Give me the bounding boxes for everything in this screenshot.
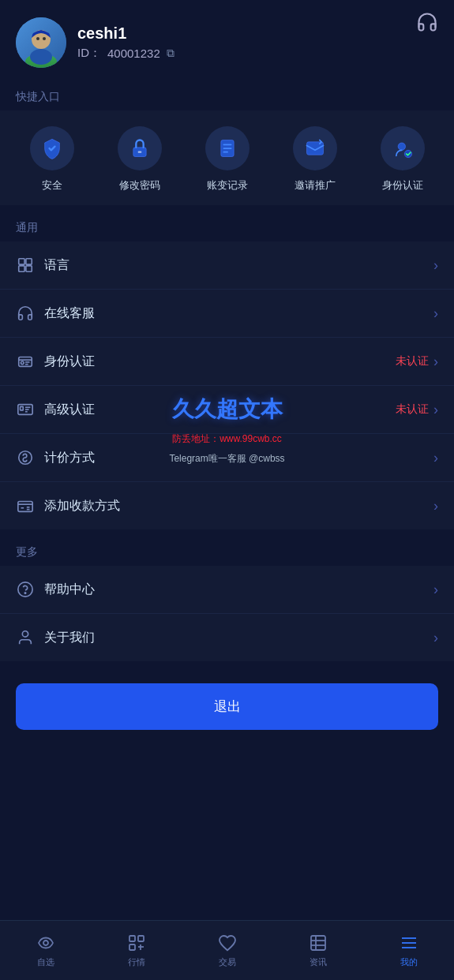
change-password-icon-circle [118, 126, 162, 170]
payment-icon [16, 496, 35, 515]
svg-rect-18 [26, 266, 32, 271]
invite-promo-icon-circle [293, 126, 337, 170]
quick-access-label: 快捷入口 [0, 80, 454, 110]
menu-item-payment-method[interactable]: 添加收款方式 › [0, 482, 454, 529]
menu-text-pricing: 计价方式 [44, 450, 433, 466]
divider-1 [0, 205, 454, 211]
general-menu: 语言 › 在线客服 › [0, 241, 454, 529]
bottom-nav: 自选 行情 交易 [0, 920, 454, 980]
menu-right-advanced-verification: 未认证 › [396, 402, 438, 418]
headset-button[interactable] [416, 11, 438, 36]
market-icon [126, 933, 147, 953]
svg-point-37 [43, 941, 48, 945]
about-icon [16, 628, 35, 647]
quick-item-identity-verify[interactable]: 身份认证 [381, 126, 425, 193]
menu-item-identity-verification[interactable]: 身份认证 未认证 › [0, 338, 454, 386]
security-icon-circle [30, 126, 74, 170]
mine-icon [399, 933, 419, 953]
language-icon [16, 256, 35, 275]
nav-label-info: 资讯 [310, 956, 327, 968]
nav-item-watchlist[interactable]: 自选 [0, 933, 91, 968]
menu-right-pricing: › [433, 450, 438, 466]
svg-rect-15 [19, 259, 24, 264]
nav-label-trade: 交易 [219, 956, 236, 968]
chevron-help: › [433, 582, 438, 598]
copy-icon[interactable]: ⧉ [167, 47, 174, 60]
user-profile: ceshi1 ID： 40001232 ⧉ [16, 17, 438, 68]
menu-right-identity-verification: 未认证 › [396, 353, 438, 370]
nav-item-trade[interactable]: 交易 [182, 933, 272, 968]
menu-text-language: 语言 [44, 257, 433, 274]
quick-label-invite-promo: 邀请推广 [295, 178, 336, 193]
svg-point-34 [18, 582, 32, 597]
nav-item-market[interactable]: 行情 [91, 933, 182, 968]
quick-item-change-password[interactable]: 修改密码 [118, 126, 162, 193]
nav-label-mine: 我的 [400, 956, 418, 968]
chevron-pricing: › [433, 450, 438, 466]
avatar [16, 17, 66, 68]
svg-rect-12 [306, 142, 323, 155]
user-info: ceshi1 ID： 40001232 ⧉ [77, 24, 174, 61]
quick-label-account-records: 账变记录 [207, 178, 248, 193]
menu-right-payment-method: › [433, 498, 438, 514]
menu-item-about-us[interactable]: 关于我们 › [0, 614, 454, 661]
quick-item-invite-promo[interactable]: 邀请推广 [293, 126, 337, 193]
svg-point-2 [30, 49, 52, 65]
more-label: 更多 [0, 536, 454, 566]
menu-text-about-us: 关于我们 [44, 630, 433, 646]
svg-point-5 [43, 37, 46, 40]
quick-item-security[interactable]: 安全 [30, 126, 74, 193]
account-records-icon-circle [205, 126, 250, 170]
nav-item-info[interactable]: 资讯 [272, 933, 363, 968]
svg-rect-25 [21, 406, 24, 410]
quick-label-change-password: 修改密码 [119, 178, 160, 193]
svg-point-36 [22, 631, 28, 637]
quick-access-grid: 安全 修改密码 账变记录 [0, 110, 454, 205]
menu-text-advanced-verification: 高级认证 [44, 402, 396, 418]
help-icon [16, 580, 35, 599]
menu-item-advanced-verification[interactable]: 高级认证 未认证 › [0, 386, 454, 434]
quick-item-account-records[interactable]: 账变记录 [205, 126, 250, 193]
divider-2 [0, 529, 454, 536]
more-menu: 帮助中心 › 关于我们 › [0, 566, 454, 661]
chevron-about: › [433, 630, 438, 646]
menu-right-language: › [433, 257, 438, 274]
nav-item-mine[interactable]: 我的 [363, 933, 454, 968]
menu-item-online-support[interactable]: 在线客服 › [0, 290, 454, 338]
status-advanced: 未认证 [396, 402, 429, 417]
svg-rect-7 [137, 151, 141, 153]
status-identity: 未认证 [396, 354, 429, 368]
quick-label-identity-verify: 身份认证 [382, 178, 423, 193]
svg-point-21 [21, 361, 24, 365]
divider-3 [0, 661, 454, 668]
general-label: 通用 [0, 211, 454, 241]
menu-text-online-support: 在线客服 [44, 305, 433, 322]
nav-label-watchlist: 自选 [37, 956, 54, 968]
svg-rect-30 [18, 502, 32, 512]
logout-area: 退出 [0, 668, 454, 746]
menu-text-identity-verification: 身份认证 [44, 353, 396, 370]
menu-item-language[interactable]: 语言 › [0, 241, 454, 290]
chevron-language: › [433, 257, 438, 274]
menu-item-help-center[interactable]: 帮助中心 › [0, 566, 454, 614]
nav-label-market: 行情 [128, 956, 145, 968]
svg-point-4 [36, 37, 39, 40]
menu-right-about-us: › [433, 630, 438, 646]
svg-rect-16 [26, 259, 32, 264]
menu-right-help-center: › [433, 582, 438, 598]
menu-text-payment-method: 添加收款方式 [44, 498, 433, 514]
headset-menu-icon [16, 304, 35, 323]
quick-label-security: 安全 [42, 178, 62, 193]
svg-rect-43 [311, 936, 325, 950]
chevron-identity: › [433, 353, 438, 370]
chevron-payment: › [433, 498, 438, 514]
trade-icon [217, 933, 238, 953]
svg-rect-17 [19, 266, 24, 271]
logout-button[interactable]: 退出 [16, 683, 438, 730]
menu-item-pricing[interactable]: 计价方式 › [0, 434, 454, 482]
info-icon [308, 933, 328, 953]
watchlist-icon [36, 933, 56, 953]
svg-rect-39 [138, 936, 144, 941]
user-id-prefix: ID： [77, 46, 101, 61]
main-content: ceshi1 ID： 40001232 ⧉ 快捷入口 安全 [0, 0, 454, 806]
